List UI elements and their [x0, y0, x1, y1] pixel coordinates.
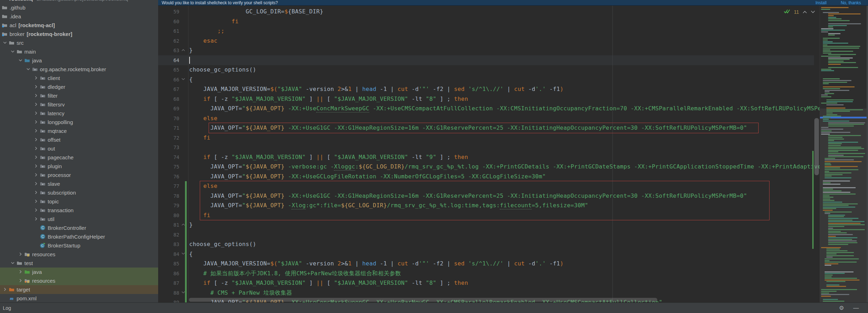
tree-item-src[interactable]: src — [0, 38, 158, 47]
tree-item-client[interactable]: client — [0, 74, 158, 82]
code-line-67[interactable]: JAVA_MAJOR_VERSION=$("$JAVA" -version 2>… — [189, 84, 564, 94]
code-editor[interactable]: 5960616263646566676869707172737475767778… — [158, 6, 868, 302]
chevron-right-icon[interactable] — [32, 216, 40, 222]
code-line-78[interactable]: JAVA_OPT="${JAVA_OPT} -XX:+UseG1GC -XX:G… — [189, 191, 747, 201]
tree-item-pagecache[interactable]: pagecache — [0, 153, 158, 162]
tree-item-BrokerPathConfigHelper[interactable]: CBrokerPathConfigHelper — [0, 232, 158, 241]
chevron-down-icon[interactable] — [1, 40, 8, 45]
tree-item-processor[interactable]: processor — [0, 171, 158, 179]
tree-item-resources[interactable]: resources — [0, 250, 158, 259]
tree-item-java[interactable]: java — [0, 56, 158, 65]
code-line-88[interactable]: # CMS + ParNew 垃圾收集器 — [189, 288, 292, 298]
code-line-60[interactable]: fi — [189, 17, 239, 26]
chevron-right-icon[interactable] — [32, 84, 40, 90]
tree-item-org.apache.rocketmq.broker[interactable]: org.apache.rocketmq.broker — [0, 65, 158, 74]
tree-item-broker[interactable]: broker[rocketmq-broker] — [0, 30, 158, 38]
chevron-right-icon[interactable] — [32, 163, 40, 169]
code-line-70[interactable]: else — [189, 113, 217, 123]
tree-item-acl[interactable]: acl[rocketmq-acl] — [0, 21, 158, 30]
chevron-right-icon[interactable] — [17, 251, 24, 257]
chevron-right-icon[interactable] — [32, 181, 40, 186]
code-line-59[interactable]: GC_LOG_DIR=${BASE_DIR} — [189, 7, 323, 17]
tree-item-transaction[interactable]: transaction — [0, 206, 158, 215]
code-line-79[interactable]: JAVA_OPT="${JAVA_OPT} -Xlog:gc*:file=${G… — [189, 201, 588, 210]
chevron-right-icon[interactable] — [17, 278, 24, 283]
tree-item-target[interactable]: target — [0, 285, 158, 294]
chevron-right-icon[interactable] — [32, 75, 40, 81]
code-line-77[interactable]: else — [189, 181, 217, 191]
tree-item-BrokerStartup[interactable]: CBrokerStartup — [0, 241, 158, 250]
chevron-right-icon[interactable] — [32, 146, 40, 151]
code-line-63[interactable]: } — [189, 45, 193, 55]
tree-item-longpolling[interactable]: longpolling — [0, 118, 158, 127]
tree-item-pom.xml[interactable]: mpom.xml — [0, 294, 158, 303]
chevron-right-icon[interactable] — [32, 128, 40, 134]
horizontal-scrollbar[interactable] — [189, 298, 657, 302]
code-line-84[interactable]: { — [189, 249, 193, 259]
tree-item-java[interactable]: java — [0, 268, 158, 276]
tree-item-latency[interactable]: latency — [0, 109, 158, 118]
chevron-right-icon[interactable] — [32, 102, 40, 107]
chevron-right-icon[interactable] — [32, 154, 40, 160]
code-line-65[interactable]: choose_gc_options() — [189, 65, 256, 75]
chevron-right-icon[interactable] — [32, 190, 40, 195]
tree-item-topic[interactable]: topic — [0, 197, 158, 206]
code-minimap[interactable] — [820, 6, 868, 302]
chevron-down-icon[interactable] — [17, 57, 24, 63]
code-line-72[interactable]: fi — [189, 133, 210, 143]
code-line-85[interactable]: JAVA_MAJOR_VERSION=$("$JAVA" -version 2>… — [189, 259, 564, 269]
chevron-right-icon[interactable] — [1, 287, 8, 292]
tree-item-.github[interactable]: .github — [0, 3, 158, 12]
tree-item-slave[interactable]: slave — [0, 179, 158, 188]
chevron-right-icon[interactable] — [32, 207, 40, 213]
tree-item-mqtrace[interactable]: mqtrace — [0, 127, 158, 135]
chevron-right-icon[interactable] — [32, 137, 40, 142]
install-link[interactable]: Install — [815, 0, 826, 5]
chevron-right-icon[interactable] — [32, 93, 40, 98]
tree-item-test[interactable]: test — [0, 259, 158, 268]
code-line-74[interactable]: if [ -z "$JAVA_MAJOR_VERSION" ] || [ "$J… — [189, 152, 468, 162]
tree-item-filtersrv[interactable]: filtersrv — [0, 100, 158, 109]
next-problem-icon[interactable] — [810, 9, 815, 15]
code-line-62[interactable]: esac — [189, 36, 217, 46]
tree-item-util[interactable]: util — [0, 215, 158, 223]
tree-item-plugin[interactable]: plugin — [0, 162, 158, 171]
code-line-61[interactable]: ;; — [189, 26, 225, 36]
code-line-81[interactable]: } — [189, 220, 193, 230]
code-line-87[interactable]: if [ -z "$JAVA_MAJOR_VERSION" ] || [ "$J… — [189, 278, 468, 288]
gear-icon[interactable]: ⚙ — [839, 305, 844, 311]
tree-item-dledger[interactable]: dledger — [0, 82, 158, 91]
hide-toolwindow-icon[interactable]: — — [853, 305, 859, 311]
tree-item-out[interactable]: out — [0, 144, 158, 153]
code-line-83[interactable]: choose_gc_options() — [189, 239, 256, 249]
chevron-right-icon[interactable] — [32, 198, 40, 204]
code-line-69[interactable]: JAVA_OPT="${JAVA_OPT} -XX:+UseConcMarkSw… — [189, 104, 868, 113]
code-line-76[interactable]: JAVA_OPT="${JAVA_OPT} -XX:+UseGCLogFileR… — [189, 172, 546, 182]
fold-end-icon[interactable] — [181, 45, 186, 55]
tree-item-.idea[interactable]: .idea — [0, 12, 158, 21]
chevron-down-icon[interactable] — [25, 66, 32, 72]
tree-item-subscription[interactable]: subscription — [0, 188, 158, 197]
tree-item-offset[interactable]: offset — [0, 135, 158, 144]
vcs-change-stripe[interactable] — [812, 151, 814, 249]
chevron-right-icon[interactable] — [17, 269, 24, 275]
code-line-86[interactable]: # 如果当前版本小于JDK1.8, 使用CMS+ParNew垃圾收集器组合和相关… — [189, 269, 401, 278]
dismiss-link[interactable]: No, thanks — [841, 0, 861, 5]
chevron-right-icon[interactable] — [32, 119, 40, 125]
previous-problem-icon[interactable] — [802, 9, 807, 15]
chevron-down-icon[interactable] — [9, 260, 16, 266]
chevron-right-icon[interactable] — [32, 172, 40, 178]
chevron-right-icon[interactable] — [32, 110, 40, 116]
vertical-scrollbar[interactable] — [814, 118, 819, 175]
tree-item-resources[interactable]: resources — [0, 276, 158, 285]
fold-start-icon[interactable] — [181, 75, 186, 85]
code-line-75[interactable]: JAVA_OPT="${JAVA_OPT} -verbose:gc -Xlogg… — [189, 162, 860, 172]
code-line-71[interactable]: JAVA_OPT="${JAVA_OPT} -XX:+UseG1GC -XX:G… — [189, 123, 747, 133]
code-line-66[interactable]: { — [189, 75, 193, 85]
tree-item-BrokerController[interactable]: CBrokerController — [0, 223, 158, 232]
code-line-80[interactable]: fi — [189, 210, 210, 220]
tree-item-main[interactable]: main — [0, 47, 158, 56]
tree-item-filter[interactable]: filter — [0, 91, 158, 100]
code-line-68[interactable]: if [ -z "$JAVA_MAJOR_VERSION" ] || [ "$J… — [189, 94, 468, 104]
chevron-down-icon[interactable] — [9, 49, 16, 54]
